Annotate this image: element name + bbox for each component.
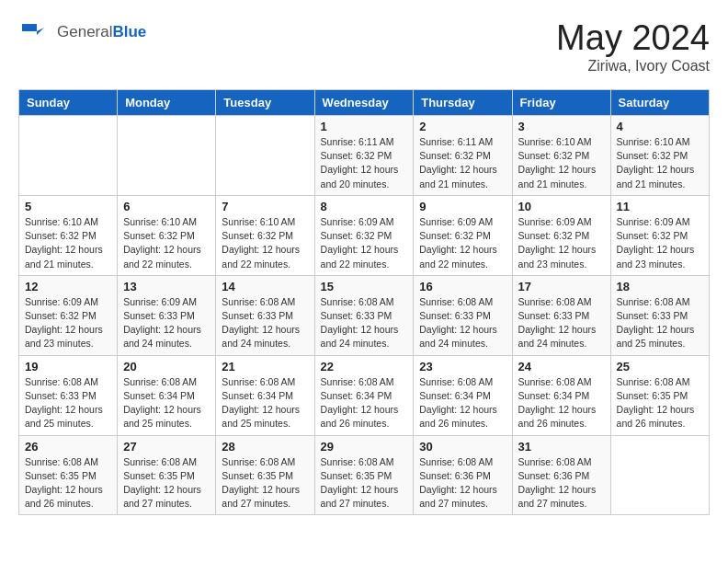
day-info: Sunrise: 6:10 AM Sunset: 6:32 PM Dayligh… <box>123 215 210 271</box>
calendar-cell: 21Sunrise: 6:08 AM Sunset: 6:34 PM Dayli… <box>216 355 314 435</box>
day-info: Sunrise: 6:10 AM Sunset: 6:32 PM Dayligh… <box>617 135 703 191</box>
calendar-cell: 6Sunrise: 6:10 AM Sunset: 6:32 PM Daylig… <box>118 195 216 275</box>
calendar-cell <box>216 116 314 196</box>
weekday-header-saturday: Saturday <box>610 90 709 116</box>
calendar-cell: 16Sunrise: 6:08 AM Sunset: 6:33 PM Dayli… <box>414 275 512 355</box>
calendar-cell: 27Sunrise: 6:08 AM Sunset: 6:35 PM Dayli… <box>118 435 216 515</box>
day-info: Sunrise: 6:09 AM Sunset: 6:33 PM Dayligh… <box>123 295 210 351</box>
calendar-cell: 26Sunrise: 6:08 AM Sunset: 6:35 PM Dayli… <box>19 435 118 515</box>
day-info: Sunrise: 6:08 AM Sunset: 6:34 PM Dayligh… <box>123 375 210 431</box>
calendar-cell <box>610 435 709 515</box>
svg-rect-0 <box>18 18 51 46</box>
week-row-3: 12Sunrise: 6:09 AM Sunset: 6:32 PM Dayli… <box>19 275 710 355</box>
calendar-cell: 24Sunrise: 6:08 AM Sunset: 6:34 PM Dayli… <box>512 355 610 435</box>
weekday-header-sunday: Sunday <box>19 90 118 116</box>
day-info: Sunrise: 6:10 AM Sunset: 6:32 PM Dayligh… <box>25 215 111 271</box>
week-row-5: 26Sunrise: 6:08 AM Sunset: 6:35 PM Dayli… <box>19 435 710 515</box>
day-number: 4 <box>617 120 703 133</box>
calendar-cell: 20Sunrise: 6:08 AM Sunset: 6:34 PM Dayli… <box>118 355 216 435</box>
day-number: 20 <box>123 360 210 373</box>
day-info: Sunrise: 6:09 AM Sunset: 6:32 PM Dayligh… <box>419 215 506 271</box>
day-info: Sunrise: 6:08 AM Sunset: 6:33 PM Dayligh… <box>321 295 408 351</box>
day-number: 11 <box>617 200 703 213</box>
day-number: 31 <box>518 440 605 454</box>
week-row-4: 19Sunrise: 6:08 AM Sunset: 6:33 PM Dayli… <box>19 355 710 435</box>
day-info: Sunrise: 6:08 AM Sunset: 6:35 PM Dayligh… <box>321 455 408 511</box>
day-info: Sunrise: 6:08 AM Sunset: 6:34 PM Dayligh… <box>518 375 605 431</box>
calendar-cell: 4Sunrise: 6:10 AM Sunset: 6:32 PM Daylig… <box>610 116 709 196</box>
calendar-cell: 10Sunrise: 6:09 AM Sunset: 6:32 PM Dayli… <box>512 195 610 275</box>
logo-general-text: General <box>57 23 112 40</box>
day-number: 19 <box>25 360 111 373</box>
weekday-header-row: SundayMondayTuesdayWednesdayThursdayFrid… <box>19 90 710 116</box>
day-number: 13 <box>123 280 210 293</box>
day-info: Sunrise: 6:10 AM Sunset: 6:32 PM Dayligh… <box>222 215 308 271</box>
day-info: Sunrise: 6:09 AM Sunset: 6:32 PM Dayligh… <box>321 215 408 271</box>
day-info: Sunrise: 6:11 AM Sunset: 6:32 PM Dayligh… <box>321 135 408 191</box>
day-info: Sunrise: 6:08 AM Sunset: 6:35 PM Dayligh… <box>222 455 308 511</box>
day-number: 21 <box>222 360 308 373</box>
day-number: 24 <box>518 360 605 373</box>
calendar-cell: 3Sunrise: 6:10 AM Sunset: 6:32 PM Daylig… <box>512 116 610 196</box>
calendar-cell: 25Sunrise: 6:08 AM Sunset: 6:35 PM Dayli… <box>610 355 709 435</box>
calendar-cell: 17Sunrise: 6:08 AM Sunset: 6:33 PM Dayli… <box>512 275 610 355</box>
week-row-2: 5Sunrise: 6:10 AM Sunset: 6:32 PM Daylig… <box>19 195 710 275</box>
weekday-header-thursday: Thursday <box>414 90 512 116</box>
day-number: 10 <box>518 200 605 213</box>
calendar-cell: 1Sunrise: 6:11 AM Sunset: 6:32 PM Daylig… <box>314 116 414 196</box>
day-info: Sunrise: 6:08 AM Sunset: 6:34 PM Dayligh… <box>321 375 408 431</box>
day-info: Sunrise: 6:08 AM Sunset: 6:33 PM Dayligh… <box>518 295 605 351</box>
weekday-header-wednesday: Wednesday <box>314 90 414 116</box>
day-info: Sunrise: 6:08 AM Sunset: 6:35 PM Dayligh… <box>617 375 703 431</box>
weekday-header-tuesday: Tuesday <box>216 90 314 116</box>
calendar-cell: 11Sunrise: 6:09 AM Sunset: 6:32 PM Dayli… <box>610 195 709 275</box>
day-number: 2 <box>419 120 506 133</box>
calendar-cell: 15Sunrise: 6:08 AM Sunset: 6:33 PM Dayli… <box>314 275 414 355</box>
weekday-header-monday: Monday <box>118 90 216 116</box>
day-number: 18 <box>617 280 703 293</box>
calendar-cell: 28Sunrise: 6:08 AM Sunset: 6:35 PM Dayli… <box>216 435 314 515</box>
day-number: 5 <box>25 200 111 213</box>
day-number: 9 <box>419 200 506 213</box>
day-number: 26 <box>25 440 111 454</box>
month-title: May 2024 <box>556 18 710 58</box>
calendar-cell: 7Sunrise: 6:10 AM Sunset: 6:32 PM Daylig… <box>216 195 314 275</box>
day-info: Sunrise: 6:08 AM Sunset: 6:33 PM Dayligh… <box>25 375 111 431</box>
calendar-cell <box>118 116 216 196</box>
calendar-cell: 29Sunrise: 6:08 AM Sunset: 6:35 PM Dayli… <box>314 435 414 515</box>
day-info: Sunrise: 6:08 AM Sunset: 6:34 PM Dayligh… <box>222 375 308 431</box>
title-block: May 2024 Ziriwa, Ivory Coast <box>556 18 710 75</box>
day-info: Sunrise: 6:08 AM Sunset: 6:35 PM Dayligh… <box>123 455 210 511</box>
logo: GeneralBlue <box>18 18 146 46</box>
day-info: Sunrise: 6:11 AM Sunset: 6:32 PM Dayligh… <box>419 135 506 191</box>
calendar-cell: 5Sunrise: 6:10 AM Sunset: 6:32 PM Daylig… <box>19 195 118 275</box>
calendar-cell: 22Sunrise: 6:08 AM Sunset: 6:34 PM Dayli… <box>314 355 414 435</box>
day-number: 22 <box>321 360 408 373</box>
day-info: Sunrise: 6:08 AM Sunset: 6:35 PM Dayligh… <box>25 455 111 511</box>
week-row-1: 1Sunrise: 6:11 AM Sunset: 6:32 PM Daylig… <box>19 116 710 196</box>
calendar-header: SundayMondayTuesdayWednesdayThursdayFrid… <box>19 90 710 116</box>
logo-blue-text: Blue <box>112 23 146 40</box>
calendar-cell: 18Sunrise: 6:08 AM Sunset: 6:33 PM Dayli… <box>610 275 709 355</box>
day-number: 8 <box>321 200 408 213</box>
day-info: Sunrise: 6:08 AM Sunset: 6:33 PM Dayligh… <box>419 295 506 351</box>
day-number: 29 <box>321 440 408 454</box>
calendar-cell <box>19 116 118 196</box>
day-number: 1 <box>321 120 408 133</box>
day-number: 17 <box>518 280 605 293</box>
day-number: 6 <box>123 200 210 213</box>
calendar-cell: 19Sunrise: 6:08 AM Sunset: 6:33 PM Dayli… <box>19 355 118 435</box>
calendar-table: SundayMondayTuesdayWednesdayThursdayFrid… <box>18 89 710 515</box>
day-info: Sunrise: 6:08 AM Sunset: 6:34 PM Dayligh… <box>419 375 506 431</box>
day-number: 28 <box>222 440 308 454</box>
page-header: GeneralBlue May 2024 Ziriwa, Ivory Coast <box>18 18 710 75</box>
calendar-cell: 9Sunrise: 6:09 AM Sunset: 6:32 PM Daylig… <box>414 195 512 275</box>
day-number: 25 <box>617 360 703 373</box>
weekday-header-friday: Friday <box>512 90 610 116</box>
day-info: Sunrise: 6:09 AM Sunset: 6:32 PM Dayligh… <box>617 215 703 271</box>
day-number: 14 <box>222 280 308 293</box>
day-info: Sunrise: 6:08 AM Sunset: 6:33 PM Dayligh… <box>222 295 308 351</box>
day-number: 3 <box>518 120 605 133</box>
calendar-cell: 13Sunrise: 6:09 AM Sunset: 6:33 PM Dayli… <box>118 275 216 355</box>
day-number: 27 <box>123 440 210 454</box>
